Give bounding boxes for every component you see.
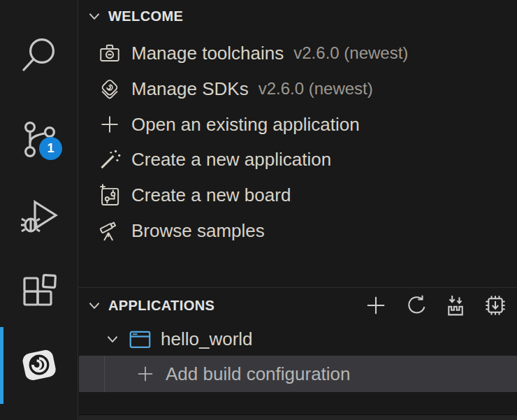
active-view-indicator — [0, 327, 3, 404]
activity-bar: 1 — [0, 0, 78, 420]
sidebar-item-extensions[interactable] — [0, 271, 78, 314]
sdk-package-icon — [98, 77, 122, 101]
welcome-item-label: Open an existing application — [131, 114, 360, 136]
bottom-section-edge — [79, 414, 517, 420]
sidebar-item-zephyr[interactable] — [0, 344, 78, 389]
welcome-item-label: Manage toolchains — [131, 43, 284, 64]
welcome-item-browse-samples[interactable]: Browse samples — [79, 213, 517, 248]
welcome-item-label: Create a new application — [131, 149, 331, 171]
welcome-section-header[interactable]: WELCOME — [79, 3, 517, 29]
toolbox-icon — [98, 41, 122, 65]
welcome-item-create-board[interactable]: Create a new board — [79, 178, 517, 212]
plus-icon — [135, 363, 156, 384]
source-control-badge: 1 — [39, 137, 62, 160]
welcome-item-create-application[interactable]: Create a new application — [79, 142, 517, 177]
version-text: v2.6.0 (newest) — [258, 79, 373, 99]
applications-section-title: APPLICATIONS — [108, 298, 214, 314]
tree-item-add-build-configuration[interactable]: Add build configuration — [79, 356, 517, 392]
welcome-section-title: WELCOME — [108, 8, 183, 24]
tree-item-label: hello_world — [161, 328, 253, 350]
version-text: v2.6.0 (newest) — [293, 43, 408, 63]
welcome-item-label: Create a new board — [131, 184, 291, 206]
welcome-item-label: Browse samples — [131, 220, 265, 242]
tree-item-label: Add build configuration — [166, 363, 351, 385]
add-application-icon[interactable] — [364, 294, 388, 317]
sidebar-item-source-control[interactable]: 1 — [0, 119, 78, 164]
welcome-item-open-existing[interactable]: Open an existing application — [79, 107, 517, 142]
chevron-down-icon — [86, 8, 103, 24]
search-icon — [19, 35, 59, 80]
section-divider — [79, 287, 517, 288]
chevron-down-icon — [104, 331, 121, 347]
extensions-icon — [19, 271, 59, 314]
run-debug-icon — [18, 194, 60, 239]
telescope-icon — [98, 219, 122, 242]
refresh-icon[interactable] — [404, 294, 428, 317]
chip-download-icon[interactable] — [483, 294, 507, 317]
applications-section-header[interactable]: APPLICATIONS — [79, 289, 517, 322]
install-tools-icon[interactable] — [444, 294, 467, 317]
indent-guide — [104, 356, 105, 392]
tree-item-hello-world[interactable]: hello_world — [79, 322, 517, 356]
plus-icon — [98, 113, 122, 136]
chevron-down-icon — [86, 297, 103, 314]
zephyr-icon — [18, 344, 60, 389]
window-icon — [128, 327, 152, 352]
sidebar-item-run-debug[interactable] — [0, 194, 78, 239]
wand-icon — [98, 147, 122, 171]
welcome-item-manage-sdks[interactable]: Manage SDKs v2.6.0 (newest) — [79, 71, 517, 106]
applications-actions — [348, 294, 517, 317]
welcome-item-manage-toolchains[interactable]: Manage toolchains v2.6.0 (newest) — [79, 36, 517, 71]
sidebar-item-search[interactable] — [0, 35, 78, 80]
welcome-item-label: Manage SDKs — [131, 78, 249, 100]
sidebar-panel: WELCOME Manage toolchains v2.6.0 (newest… — [79, 0, 517, 420]
circuit-board-icon — [98, 183, 122, 207]
